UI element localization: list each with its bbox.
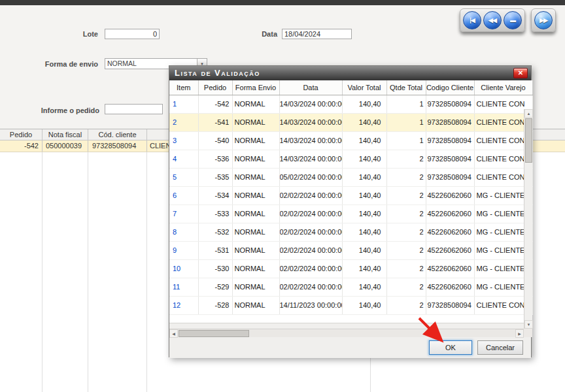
cell-valor-total: 140,40 bbox=[342, 150, 386, 168]
table-row[interactable]: 2 -541 NORMAL 14/03/2024 00:00:00 140,40… bbox=[169, 113, 532, 131]
cell-qtde-total: 2 bbox=[386, 168, 426, 186]
validation-dialog: Lista de Validação ✕ Item Pedido Forma E… bbox=[169, 65, 532, 357]
cell-valor-total: 140,40 bbox=[342, 113, 386, 131]
cell-item[interactable]: 7 bbox=[169, 204, 198, 223]
grid-column-line bbox=[88, 152, 147, 392]
cell-pedido: -542 bbox=[198, 95, 232, 113]
nav-menu-icon: ▬ bbox=[510, 17, 515, 24]
validation-table-area: Item Pedido Forma Envio Data Valor Total… bbox=[169, 80, 532, 323]
table-row[interactable]: 6 -534 NORMAL 02/02/2024 00:00:00 140,40… bbox=[169, 186, 532, 204]
cell-item[interactable]: 3 bbox=[169, 131, 198, 150]
cell-item[interactable]: 11 bbox=[169, 278, 198, 296]
cell-valor-total: 140,40 bbox=[342, 204, 386, 223]
col-qtde-total: Qtde Total bbox=[386, 80, 426, 95]
table-row[interactable]: 1 -542 NORMAL 14/03/2024 00:00:00 140,40… bbox=[169, 95, 532, 113]
cell-forma-envio: NORMAL bbox=[232, 241, 279, 259]
cell-qtde-total: 2 bbox=[386, 241, 426, 259]
dialog-title-bar[interactable]: Lista de Validação bbox=[169, 66, 531, 80]
column-header-nota-fiscal: Nota fiscal bbox=[43, 129, 88, 140]
cell-data: 02/02/2024 00:00:00 bbox=[279, 259, 342, 278]
table-row[interactable]: 4 -536 NORMAL 14/03/2024 00:00:00 140,40… bbox=[169, 150, 532, 168]
cell-pedido: -531 bbox=[198, 241, 232, 259]
cell-pedido: -534 bbox=[198, 186, 232, 204]
horizontal-scroll-thumb[interactable] bbox=[179, 330, 249, 337]
scroll-down-button[interactable]: ▼ bbox=[524, 320, 533, 329]
cell-valor-total: 140,40 bbox=[342, 168, 386, 186]
cell-item[interactable]: 10 bbox=[169, 259, 198, 278]
cell-cod-cliente: 97328508094 bbox=[88, 140, 147, 152]
cell-data: 14/03/2024 00:00:00 bbox=[279, 113, 342, 131]
column-header-cod-cliente: Cód. cliente bbox=[88, 129, 147, 140]
cell-pedido: -529 bbox=[198, 278, 232, 296]
cell-qtde-total: 1 bbox=[386, 131, 426, 150]
cell-codigo-cliente: 45226062060 bbox=[426, 204, 474, 223]
cell-forma-envio: NORMAL bbox=[232, 150, 279, 168]
close-button[interactable]: ✕ bbox=[513, 68, 528, 78]
nav-next-button[interactable]: ▶▶ bbox=[534, 11, 553, 29]
lote-input[interactable] bbox=[105, 29, 160, 39]
lote-label: Lote bbox=[39, 30, 98, 38]
cell-valor-total: 140,40 bbox=[342, 223, 386, 241]
cell-qtde-total: 2 bbox=[386, 150, 426, 168]
app-screen: { "window": { "nav": { "first_icon": "|◀… bbox=[0, 0, 565, 392]
cell-data: 02/02/2024 00:00:00 bbox=[279, 186, 342, 204]
horizontal-scrollbar[interactable]: ◀ ▶ bbox=[169, 329, 524, 337]
cell-codigo-cliente: 45226062060 bbox=[426, 186, 474, 204]
cell-forma-envio: NORMAL bbox=[232, 131, 279, 150]
cell-qtde-total: 2 bbox=[386, 223, 426, 241]
cell-data: 05/02/2024 00:00:00 bbox=[279, 168, 342, 186]
col-cliente-varejo: Cliente Varejo bbox=[474, 80, 532, 95]
cell-item[interactable]: 4 bbox=[169, 150, 198, 168]
col-pedido: Pedido bbox=[198, 80, 232, 95]
scroll-up-icon: ▲ bbox=[527, 112, 531, 116]
data-input[interactable] bbox=[282, 29, 352, 39]
scroll-up-button[interactable]: ▲ bbox=[524, 109, 533, 118]
table-row[interactable]: 3 -540 NORMAL 14/03/2024 00:00:00 140,40… bbox=[169, 131, 532, 150]
cell-item[interactable]: 2 bbox=[169, 113, 198, 131]
nav-menu-button[interactable]: ▬ bbox=[504, 11, 522, 29]
table-row[interactable]: 10 -530 NORMAL 02/02/2024 00:00:00 140,4… bbox=[169, 259, 532, 278]
window-top-bar bbox=[0, 0, 565, 5]
table-row[interactable]: 8 -532 NORMAL 02/02/2024 00:00:00 140,40… bbox=[169, 223, 532, 241]
table-row[interactable]: 12 -528 NORMAL 14/11/2023 00:00:00 140,4… bbox=[169, 296, 532, 314]
validation-table-body: 1 -542 NORMAL 14/03/2024 00:00:00 140,40… bbox=[169, 95, 532, 314]
cell-forma-envio: NORMAL bbox=[232, 186, 279, 204]
cell-qtde-total: 2 bbox=[386, 259, 426, 278]
scroll-left-button[interactable]: ◀ bbox=[169, 329, 178, 338]
nav-previous-button[interactable]: ◀◀ bbox=[483, 11, 502, 29]
cell-item[interactable]: 6 bbox=[169, 186, 198, 204]
data-label: Data bbox=[231, 30, 277, 38]
table-row[interactable]: 7 -533 NORMAL 02/02/2024 00:00:00 140,40… bbox=[169, 204, 532, 223]
cell-codigo-cliente: 97328508094 bbox=[426, 95, 474, 113]
cell-item[interactable]: 1 bbox=[169, 95, 198, 113]
cell-nota-fiscal: 050000039 bbox=[43, 140, 88, 152]
table-row[interactable]: 9 -531 NORMAL 02/02/2024 00:00:00 140,40… bbox=[169, 241, 532, 259]
cell-codigo-cliente: 45226062060 bbox=[426, 259, 474, 278]
cell-data: 14/11/2023 00:00:00 bbox=[279, 296, 342, 314]
cell-item[interactable]: 9 bbox=[169, 241, 198, 259]
table-row[interactable]: 11 -529 NORMAL 02/02/2024 00:00:00 140,4… bbox=[169, 278, 532, 296]
scroll-right-button[interactable]: ▶ bbox=[515, 329, 524, 338]
col-item: Item bbox=[169, 80, 198, 95]
scrollbar-corner bbox=[524, 329, 532, 337]
nav-first-button[interactable]: |◀ bbox=[463, 11, 481, 29]
cell-data: 14/03/2024 00:00:00 bbox=[279, 95, 342, 113]
cancel-button[interactable]: Cancelar bbox=[477, 340, 523, 355]
table-row[interactable]: 5 -535 NORMAL 05/02/2024 00:00:00 140,40… bbox=[169, 168, 532, 186]
cell-item[interactable]: 5 bbox=[169, 168, 198, 186]
cell-forma-envio: NORMAL bbox=[232, 296, 279, 314]
cell-codigo-cliente: 97328508094 bbox=[426, 168, 474, 186]
vertical-scroll-thumb[interactable] bbox=[525, 118, 532, 163]
cell-forma-envio: NORMAL bbox=[232, 113, 279, 131]
cell-codigo-cliente: 97328508094 bbox=[426, 296, 474, 314]
cell-item[interactable]: 12 bbox=[169, 296, 198, 314]
cell-codigo-cliente: 97328508094 bbox=[426, 113, 474, 131]
grid-column-line bbox=[0, 152, 43, 392]
scroll-right-icon: ▶ bbox=[518, 331, 521, 336]
informe-pedido-input[interactable] bbox=[105, 104, 163, 114]
cell-pedido: -533 bbox=[198, 204, 232, 223]
vertical-scrollbar[interactable]: ▲ ▼ bbox=[524, 109, 532, 329]
ok-button[interactable]: OK bbox=[429, 340, 472, 355]
cell-item[interactable]: 8 bbox=[169, 223, 198, 241]
cell-forma-envio: NORMAL bbox=[232, 168, 279, 186]
